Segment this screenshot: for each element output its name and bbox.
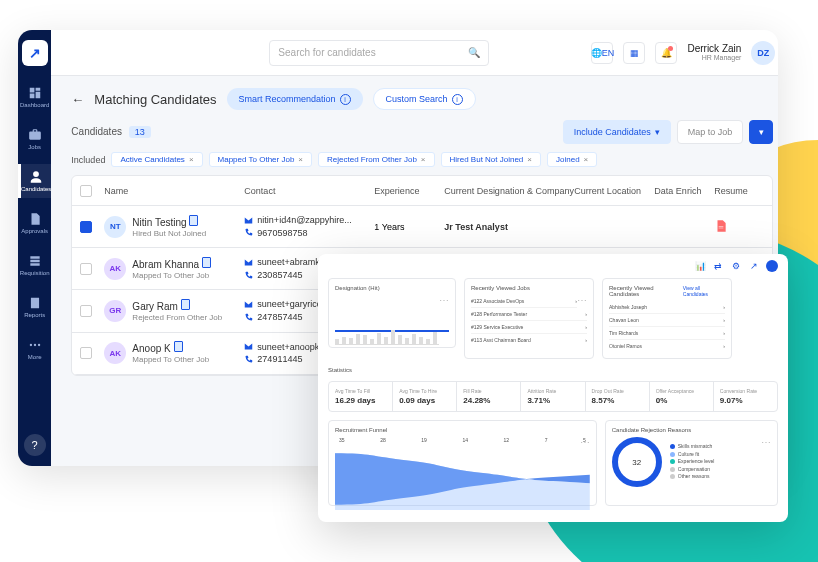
rejection-reasons-card: Candidate Rejection Reasons ⋯ 32 Skills … (605, 420, 778, 506)
resume-icon[interactable] (714, 219, 764, 235)
list-item[interactable]: #129 Service Executive› (471, 321, 587, 334)
candidate-name: Gary Ram (132, 299, 222, 313)
avatar[interactable]: DZ (751, 41, 775, 65)
dashboard-overlay: 📊 ⇄ ⚙ ↗ 🗩 Designation (Hit) ⋯ Recently V… (318, 254, 788, 522)
stat-item: Conversion Rate9.07% (714, 382, 777, 411)
candidate-name: Abram Khanna (132, 257, 211, 271)
filter-chip[interactable]: Joined× (547, 152, 597, 167)
col-contact: Contact (244, 186, 374, 196)
sidebar-item-requisition[interactable]: Requisition (18, 248, 51, 282)
filter-row: Included Active Candidates× Mapped To Ot… (71, 152, 773, 167)
share-icon[interactable]: ↗ (748, 260, 760, 272)
swap-icon[interactable]: ⇄ (712, 260, 724, 272)
sidebar-item-label: Dashboard (20, 102, 49, 108)
info-icon[interactable]: i (452, 94, 463, 105)
phone-icon (244, 271, 253, 280)
phone-icon (244, 355, 253, 364)
candidate-status: Rejected From Other Job (132, 313, 222, 323)
notifications-icon[interactable]: 🔔 (655, 42, 677, 64)
sidebar-item-candidates[interactable]: Candidates (18, 164, 51, 198)
help-button[interactable]: ? (24, 434, 46, 456)
sidebar-item-label: Reports (24, 312, 45, 318)
designation-chart-card: Designation (Hit) ⋯ (328, 278, 456, 348)
stat-item: Offer Acceptance0% (650, 382, 714, 411)
list-item[interactable]: #113 Asst Chairman Board› (471, 334, 587, 346)
card-title: Candidate Rejection Reasons (612, 427, 771, 433)
recent-candidates-card: Recently Viewed Candidates View all Cand… (602, 278, 732, 359)
phone: 230857445 (257, 269, 302, 282)
col-location: Current Location (574, 186, 654, 196)
table-header: Name Contact Experience Current Designat… (72, 176, 772, 206)
info-icon[interactable]: i (340, 94, 351, 105)
sidebar-item-approvals[interactable]: Approvals (18, 206, 51, 240)
filter-icon[interactable]: ⚙ (730, 260, 742, 272)
page-title: Matching Candidates (94, 92, 216, 107)
filter-chip[interactable]: Active Candidates× (111, 152, 202, 167)
candidate-status: Hired But Not Joined (132, 229, 206, 239)
select-all-checkbox[interactable] (80, 185, 92, 197)
avatar: AK (104, 258, 126, 280)
funnel-card: Recruitment Funnel ⋯ 352819141275 (328, 420, 597, 506)
include-candidates-button[interactable]: Include Candidates ▾ (563, 120, 671, 144)
sidebar: ↗ Dashboard Jobs Candidates Approvals Re… (18, 30, 51, 466)
file-icon (202, 257, 211, 268)
card-menu[interactable]: ⋯ (577, 295, 587, 306)
chart-icon[interactable]: 📊 (694, 260, 706, 272)
card-menu[interactable]: ⋯ (439, 295, 449, 306)
notification-badge[interactable]: 🗩 (766, 260, 778, 272)
back-button[interactable]: ← (71, 92, 84, 107)
sidebar-item-dashboard[interactable]: Dashboard (18, 80, 51, 114)
tab-custom-search[interactable]: Custom Searchi (373, 88, 476, 110)
phone-icon (244, 228, 253, 237)
list-item[interactable]: Tim Richards› (609, 327, 725, 340)
row-checkbox[interactable] (80, 305, 92, 317)
col-designation: Current Designation & Company (444, 186, 574, 196)
user-role: HR Manager (687, 54, 741, 62)
designation: Jr Test Analyst (444, 222, 574, 232)
map-to-job-button[interactable]: Map to Job (677, 120, 744, 144)
table-row[interactable]: NT Nitin Testing Hired But Not Joined ni… (72, 206, 772, 248)
card-menu[interactable]: ⋯ (761, 437, 771, 448)
donut-chart: 32 (612, 437, 662, 487)
row-checkbox[interactable] (80, 347, 92, 359)
filter-chip[interactable]: Rejected From Other Job× (318, 152, 434, 167)
file-icon (174, 341, 183, 352)
calendar-icon[interactable]: ▦ (623, 42, 645, 64)
phone: 274911445 (257, 353, 302, 366)
list-item[interactable]: #122 Associate DevOps› (471, 295, 577, 308)
stat-item: Avg Time To Hire0.09 days (393, 382, 457, 411)
remove-chip-icon: × (584, 155, 589, 164)
stat-item: Fill Rate24.28% (457, 382, 521, 411)
sidebar-item-label: Jobs (28, 144, 41, 150)
list-item[interactable]: Abhishek Joseph› (609, 301, 725, 314)
list-item[interactable]: #128 Performance Tester› (471, 308, 587, 321)
sidebar-item-more[interactable]: More (18, 332, 51, 366)
filter-chip[interactable]: Mapped To Other Job× (209, 152, 312, 167)
remove-chip-icon: × (421, 155, 426, 164)
included-label: Included (71, 155, 105, 165)
view-all-link[interactable]: View all Candidates (683, 285, 725, 297)
mail-icon (244, 300, 253, 309)
remove-chip-icon: × (189, 155, 194, 164)
file-icon (189, 215, 198, 226)
sidebar-item-jobs[interactable]: Jobs (18, 122, 51, 156)
candidates-count: 13 (129, 126, 151, 138)
legend: Skills mismatch Culture fit Experience l… (670, 443, 715, 481)
list-item[interactable]: Otoniel Ramos› (609, 340, 725, 352)
row-checkbox[interactable] (80, 263, 92, 275)
search-placeholder: Search for candidates (278, 47, 375, 58)
dropdown-button[interactable]: ▾ (749, 120, 773, 144)
sidebar-item-reports[interactable]: Reports (18, 290, 51, 324)
list-item[interactable]: Chavan Leon› (609, 314, 725, 327)
language-selector[interactable]: 🌐 EN (591, 42, 613, 64)
tab-smart-recommendation[interactable]: Smart Recommendationi (227, 88, 363, 110)
email: nitin+id4n@zappyhire... (257, 214, 351, 227)
row-checkbox[interactable] (80, 221, 92, 233)
search-input[interactable]: Search for candidates 🔍 (269, 40, 489, 66)
filter-chip[interactable]: Hired But Not Joined× (441, 152, 542, 167)
col-data-enrich: Data Enrich (654, 186, 714, 196)
sidebar-item-label: Candidates (21, 186, 51, 192)
user-menu[interactable]: Derrick Zain HR Manager (687, 43, 741, 62)
col-experience: Experience (374, 186, 444, 196)
candidates-label: Candidates (71, 126, 122, 137)
